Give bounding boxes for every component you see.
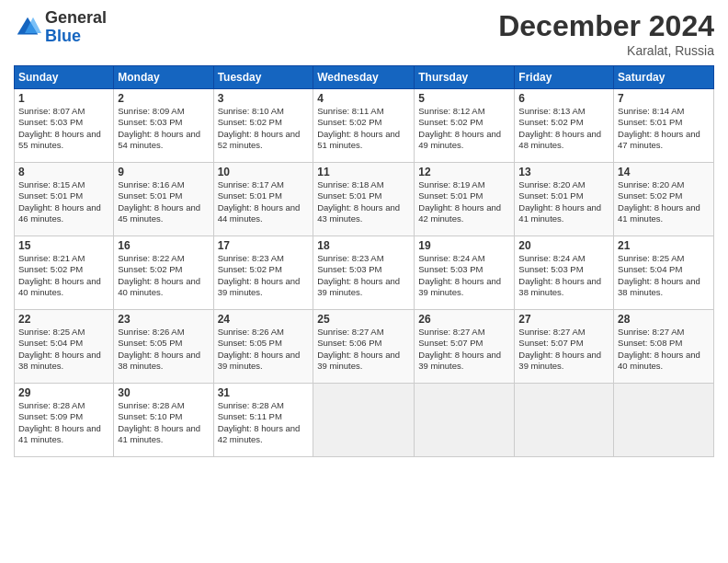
day-info: Sunrise: 8:25 AMSunset: 5:04 PMDaylight:… <box>618 253 700 297</box>
day-number: 7 <box>618 92 710 105</box>
page-header: General Blue December 2024 Karalat, Russ… <box>14 9 714 58</box>
day-number: 24 <box>218 313 310 326</box>
table-row: 13 Sunrise: 8:20 AMSunset: 5:01 PMDaylig… <box>515 163 614 236</box>
day-number: 11 <box>317 166 410 178</box>
day-info: Sunrise: 8:13 AMSunset: 5:02 PMDaylight:… <box>518 106 601 150</box>
day-info: Sunrise: 8:19 AMSunset: 5:01 PMDaylight:… <box>418 179 501 224</box>
table-row: 8 Sunrise: 8:15 AMSunset: 5:01 PMDayligh… <box>15 163 114 236</box>
table-row: 7 Sunrise: 8:14 AMSunset: 5:01 PMDayligh… <box>614 89 714 163</box>
table-row: 30 Sunrise: 8:28 AMSunset: 5:10 PMDaylig… <box>114 384 213 457</box>
table-row: 2 Sunrise: 8:09 AMSunset: 5:03 PMDayligh… <box>114 89 213 163</box>
table-row: 24 Sunrise: 8:26 AMSunset: 5:05 PMDaylig… <box>213 310 313 384</box>
day-number: 29 <box>18 386 109 399</box>
day-info: Sunrise: 8:09 AMSunset: 5:03 PMDaylight:… <box>118 106 200 150</box>
calendar-week-3: 15 Sunrise: 8:21 AMSunset: 5:02 PMDaylig… <box>15 236 714 310</box>
col-friday: Friday <box>515 66 614 89</box>
day-info: Sunrise: 8:23 AMSunset: 5:03 PMDaylight:… <box>317 253 400 297</box>
day-info: Sunrise: 8:10 AMSunset: 5:02 PMDaylight:… <box>218 106 301 150</box>
day-info: Sunrise: 8:24 AMSunset: 5:03 PMDaylight:… <box>518 253 601 297</box>
day-number: 10 <box>218 166 310 178</box>
table-row: 25 Sunrise: 8:27 AMSunset: 5:06 PMDaylig… <box>313 310 415 384</box>
table-row: 20 Sunrise: 8:24 AMSunset: 5:03 PMDaylig… <box>515 236 614 310</box>
day-number: 22 <box>18 313 109 326</box>
day-info: Sunrise: 8:28 AMSunset: 5:09 PMDaylight:… <box>18 400 101 444</box>
day-info: Sunrise: 8:15 AMSunset: 5:01 PMDaylight:… <box>18 179 101 224</box>
table-row: 10 Sunrise: 8:17 AMSunset: 5:01 PMDaylig… <box>213 163 313 236</box>
table-row: 29 Sunrise: 8:28 AMSunset: 5:09 PMDaylig… <box>15 384 114 457</box>
calendar-header-row: Sunday Monday Tuesday Wednesday Thursday… <box>15 66 714 89</box>
location: Karalat, Russia <box>498 43 714 58</box>
day-info: Sunrise: 8:18 AMSunset: 5:01 PMDaylight:… <box>317 179 400 224</box>
table-row: 31 Sunrise: 8:28 AMSunset: 5:11 PMDaylig… <box>213 384 313 457</box>
day-number: 6 <box>518 92 609 105</box>
day-number: 23 <box>118 313 209 326</box>
table-row: 21 Sunrise: 8:25 AMSunset: 5:04 PMDaylig… <box>614 236 714 310</box>
day-info: Sunrise: 8:28 AMSunset: 5:10 PMDaylight:… <box>118 400 200 444</box>
logo-icon <box>14 14 41 41</box>
day-info: Sunrise: 8:25 AMSunset: 5:04 PMDaylight:… <box>18 327 101 371</box>
day-number: 27 <box>518 313 609 326</box>
logo-general: General <box>45 9 107 28</box>
table-row: 9 Sunrise: 8:16 AMSunset: 5:01 PMDayligh… <box>114 163 213 236</box>
day-info: Sunrise: 8:21 AMSunset: 5:02 PMDaylight:… <box>18 253 101 297</box>
page-container: General Blue December 2024 Karalat, Russ… <box>0 0 728 466</box>
table-row: 17 Sunrise: 8:23 AMSunset: 5:02 PMDaylig… <box>213 236 313 310</box>
col-thursday: Thursday <box>415 66 515 89</box>
day-number: 26 <box>418 313 510 326</box>
logo-blue: Blue <box>45 28 107 46</box>
table-row: 27 Sunrise: 8:27 AMSunset: 5:07 PMDaylig… <box>515 310 614 384</box>
month-title: December 2024 <box>498 9 714 43</box>
day-number: 17 <box>218 239 310 252</box>
day-number: 14 <box>618 166 710 178</box>
day-number: 25 <box>317 313 410 326</box>
day-number: 21 <box>618 239 710 252</box>
table-row: 14 Sunrise: 8:20 AMSunset: 5:02 PMDaylig… <box>614 163 714 236</box>
table-row: 16 Sunrise: 8:22 AMSunset: 5:02 PMDaylig… <box>114 236 213 310</box>
day-number: 12 <box>418 166 510 178</box>
title-area: December 2024 Karalat, Russia <box>498 9 714 58</box>
calendar-week-1: 1 Sunrise: 8:07 AMSunset: 5:03 PMDayligh… <box>15 89 714 163</box>
table-row: 5 Sunrise: 8:12 AMSunset: 5:02 PMDayligh… <box>415 89 515 163</box>
logo: General Blue <box>14 9 107 46</box>
calendar-table: Sunday Monday Tuesday Wednesday Thursday… <box>14 65 714 457</box>
table-row: 22 Sunrise: 8:25 AMSunset: 5:04 PMDaylig… <box>15 310 114 384</box>
day-number: 1 <box>18 92 109 105</box>
col-tuesday: Tuesday <box>213 66 313 89</box>
table-row <box>515 384 614 457</box>
table-row: 26 Sunrise: 8:27 AMSunset: 5:07 PMDaylig… <box>415 310 515 384</box>
day-info: Sunrise: 8:16 AMSunset: 5:01 PMDaylight:… <box>118 179 200 224</box>
col-sunday: Sunday <box>15 66 114 89</box>
col-monday: Monday <box>114 66 213 89</box>
day-number: 20 <box>518 239 609 252</box>
day-number: 4 <box>317 92 410 105</box>
table-row <box>415 384 515 457</box>
day-info: Sunrise: 8:12 AMSunset: 5:02 PMDaylight:… <box>418 106 501 150</box>
day-info: Sunrise: 8:11 AMSunset: 5:02 PMDaylight:… <box>317 106 400 150</box>
day-number: 31 <box>218 386 310 399</box>
col-saturday: Saturday <box>614 66 714 89</box>
day-number: 3 <box>218 92 310 105</box>
day-info: Sunrise: 8:26 AMSunset: 5:05 PMDaylight:… <box>218 327 301 371</box>
table-row: 23 Sunrise: 8:26 AMSunset: 5:05 PMDaylig… <box>114 310 213 384</box>
table-row: 18 Sunrise: 8:23 AMSunset: 5:03 PMDaylig… <box>313 236 415 310</box>
table-row: 28 Sunrise: 8:27 AMSunset: 5:08 PMDaylig… <box>614 310 714 384</box>
col-wednesday: Wednesday <box>313 66 415 89</box>
day-number: 5 <box>418 92 510 105</box>
day-number: 15 <box>18 239 109 252</box>
day-number: 8 <box>18 166 109 178</box>
table-row: 1 Sunrise: 8:07 AMSunset: 5:03 PMDayligh… <box>15 89 114 163</box>
day-info: Sunrise: 8:07 AMSunset: 5:03 PMDaylight:… <box>18 106 101 150</box>
day-info: Sunrise: 8:22 AMSunset: 5:02 PMDaylight:… <box>118 253 200 297</box>
table-row: 3 Sunrise: 8:10 AMSunset: 5:02 PMDayligh… <box>213 89 313 163</box>
day-info: Sunrise: 8:27 AMSunset: 5:07 PMDaylight:… <box>518 327 601 371</box>
table-row: 6 Sunrise: 8:13 AMSunset: 5:02 PMDayligh… <box>515 89 614 163</box>
day-number: 28 <box>618 313 710 326</box>
table-row: 12 Sunrise: 8:19 AMSunset: 5:01 PMDaylig… <box>415 163 515 236</box>
day-info: Sunrise: 8:24 AMSunset: 5:03 PMDaylight:… <box>418 253 501 297</box>
day-number: 30 <box>118 386 209 399</box>
day-info: Sunrise: 8:20 AMSunset: 5:02 PMDaylight:… <box>618 179 700 224</box>
day-info: Sunrise: 8:14 AMSunset: 5:01 PMDaylight:… <box>618 106 700 150</box>
table-row: 11 Sunrise: 8:18 AMSunset: 5:01 PMDaylig… <box>313 163 415 236</box>
calendar-week-2: 8 Sunrise: 8:15 AMSunset: 5:01 PMDayligh… <box>15 163 714 236</box>
table-row: 4 Sunrise: 8:11 AMSunset: 5:02 PMDayligh… <box>313 89 415 163</box>
